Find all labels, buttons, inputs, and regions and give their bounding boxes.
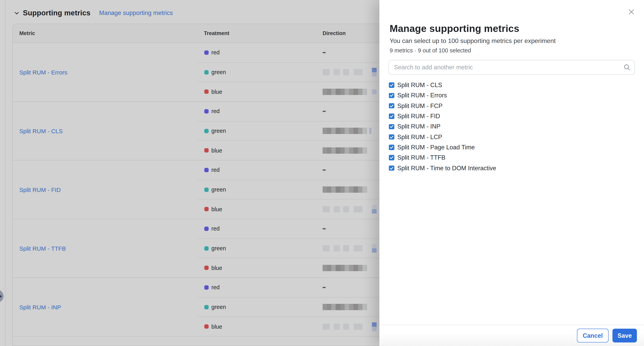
- metric-option[interactable]: Split RUM - CLS: [389, 80, 634, 90]
- metric-option[interactable]: Split RUM - Time to DOM Interactive: [389, 163, 634, 173]
- cancel-button[interactable]: Cancel: [577, 329, 608, 343]
- manage-supporting-metrics-panel: Manage supporting metrics You can select…: [380, 0, 644, 346]
- metric-checkbox[interactable]: [389, 155, 394, 160]
- metric-option-label: Split RUM - Time to DOM Interactive: [397, 165, 496, 172]
- metric-option-label: Split RUM - TTFB: [397, 154, 446, 161]
- check-icon: [390, 145, 394, 149]
- search-input[interactable]: [388, 60, 635, 75]
- metric-option[interactable]: Split RUM - Page Load Time: [389, 142, 634, 153]
- metric-checkbox[interactable]: [389, 124, 394, 129]
- check-icon: [390, 104, 394, 108]
- metric-option[interactable]: Split RUM - LCP: [389, 132, 634, 142]
- metric-option-label: Split RUM - FID: [397, 113, 440, 120]
- check-icon: [390, 94, 394, 97]
- metric-option[interactable]: Split RUM - Errors: [389, 90, 634, 101]
- metric-option[interactable]: Split RUM - FID: [389, 111, 634, 122]
- metric-option-label: Split RUM - INP: [397, 123, 440, 130]
- metric-checkbox[interactable]: [389, 166, 394, 171]
- check-icon: [390, 135, 394, 139]
- metric-option[interactable]: Split RUM - INP: [389, 121, 634, 132]
- metric-checkbox[interactable]: [389, 93, 394, 98]
- app-root: Supporting metrics Manage supporting met…: [0, 0, 644, 346]
- metric-option-label: Split RUM - Errors: [397, 92, 447, 99]
- metric-checkbox[interactable]: [389, 134, 394, 140]
- check-icon: [390, 83, 394, 87]
- metric-option-label: Split RUM - CLS: [397, 82, 442, 89]
- metric-checkbox[interactable]: [389, 103, 394, 109]
- metric-option[interactable]: Split RUM - TTFB: [389, 152, 634, 163]
- metric-checkbox[interactable]: [389, 114, 394, 119]
- metric-option-label: Split RUM - FCP: [397, 102, 442, 109]
- check-icon: [390, 114, 394, 118]
- check-icon: [390, 166, 394, 170]
- close-icon[interactable]: [628, 8, 635, 16]
- panel-footer: Cancel Save: [380, 325, 644, 346]
- metric-checkbox[interactable]: [389, 82, 394, 88]
- check-icon: [390, 156, 394, 160]
- selected-count-text: 9 metrics · 9 out of 100 selected: [390, 47, 471, 54]
- search-icon: [624, 64, 630, 72]
- metric-option[interactable]: Split RUM - FCP: [389, 101, 634, 111]
- panel-title: Manage supporting metrics: [390, 23, 520, 34]
- panel-subtitle: You can select up to 100 supporting metr…: [390, 37, 556, 44]
- metric-search: [388, 60, 635, 75]
- metric-option-label: Split RUM - Page Load Time: [397, 144, 475, 151]
- metric-checkbox-list: Split RUM - CLS Split RUM - Errors Split…: [389, 80, 634, 173]
- metric-checkbox[interactable]: [389, 145, 394, 150]
- metric-option-label: Split RUM - LCP: [397, 133, 442, 140]
- check-icon: [390, 125, 394, 129]
- save-button[interactable]: Save: [612, 329, 637, 343]
